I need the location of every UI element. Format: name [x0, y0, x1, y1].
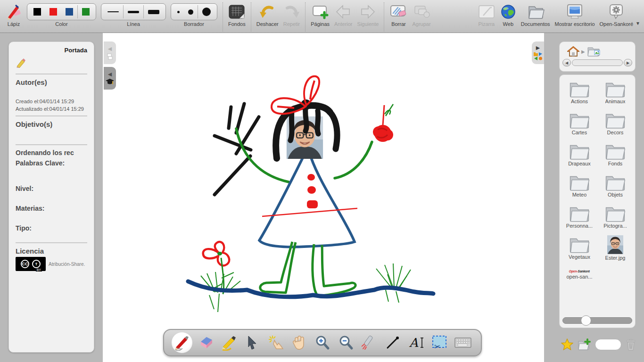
- stylus-tool-label: Lápiz: [8, 21, 20, 27]
- stylus-tool-button[interactable]: Lápiz: [5, 2, 22, 27]
- line-group: Línea: [101, 2, 166, 27]
- library-browser: Actions Animaux Cartes Decors Drapeaux F…: [559, 74, 636, 328]
- line-medium[interactable]: [123, 5, 143, 18]
- line-tool[interactable]: [382, 332, 403, 353]
- documents-mode-button[interactable]: Documentos: [521, 2, 550, 27]
- open-sankore-wordmark: Open-Sankoré: [569, 266, 590, 273]
- virtual-keyboard-tool[interactable]: [453, 332, 473, 353]
- svg-text:✂: ✂: [434, 343, 440, 350]
- eraser-small[interactable]: [173, 5, 184, 18]
- scrollbar-track[interactable]: [572, 59, 623, 66]
- color-blue[interactable]: [61, 5, 77, 18]
- zoom-in-tool[interactable]: [312, 332, 333, 353]
- scroll-left-button[interactable]: ◀: [562, 59, 571, 66]
- app-menu-button[interactable]: Open-Sankoré: [600, 2, 634, 27]
- pen-tool[interactable]: [172, 332, 192, 353]
- web-mode-button[interactable]: Web: [500, 2, 516, 27]
- previous-page-button[interactable]: Anterior: [334, 2, 353, 27]
- group-button[interactable]: Agrupar: [412, 2, 430, 27]
- color-green[interactable]: [77, 5, 94, 18]
- favorites-star-icon[interactable]: [561, 338, 573, 351]
- toolbar-separator: [305, 2, 305, 32]
- laser-pointer-tool[interactable]: [359, 332, 380, 353]
- new-folder-icon[interactable]: [578, 338, 591, 351]
- previous-icon: [335, 2, 351, 21]
- library-folder[interactable]: Animaux: [597, 80, 633, 109]
- library-image-ester[interactable]: Ester.jpg: [597, 235, 633, 264]
- ordering-resources-label: Ordenando los rec: [16, 149, 87, 156]
- library-folder[interactable]: Vegetaux: [561, 235, 597, 264]
- library-mini-icon: [534, 52, 543, 60]
- pages-button[interactable]: Páginas: [311, 2, 330, 27]
- library-folder[interactable]: Actions: [561, 80, 597, 109]
- library-app-item[interactable]: Open-Sankoré open-san...: [561, 266, 597, 290]
- library-folder[interactable]: Objets: [597, 173, 633, 202]
- desktop-icon: [565, 2, 584, 21]
- main-toolbar: Lápiz Color Línea: [0, 0, 644, 33]
- pictures-folder-icon[interactable]: [587, 46, 601, 57]
- library-folder[interactable]: Personna...: [561, 204, 597, 233]
- edit-pencil-icon[interactable]: [16, 58, 87, 70]
- selector-tool[interactable]: [242, 332, 263, 353]
- interact-tool[interactable]: [265, 332, 286, 353]
- cc-by-icon: CC Ṫ BY: [16, 257, 46, 271]
- stylus-toolbar: A ✂: [163, 329, 482, 356]
- pen-eraser-icon: [5, 2, 22, 21]
- library-panel-tab[interactable]: ▶: [532, 41, 544, 64]
- line-widths: [101, 3, 166, 20]
- library-folder[interactable]: Fonds: [597, 142, 633, 171]
- undo-button[interactable]: Deshacer: [256, 2, 279, 27]
- group-icon: [413, 2, 430, 21]
- text-tool[interactable]: A: [406, 332, 427, 353]
- app-menu-caret-icon[interactable]: ▼: [636, 21, 640, 26]
- subjects-label: Materias:: [16, 205, 87, 212]
- grass-right: [376, 263, 411, 303]
- level-label: Nivel:: [16, 185, 87, 192]
- show-desktop-label: Mostrar escritorio: [555, 21, 595, 27]
- backgrounds-button[interactable]: Fondos: [228, 2, 246, 27]
- board-mode-button[interactable]: Pizarra: [478, 2, 495, 27]
- library-search-input[interactable]: [595, 339, 621, 350]
- page-drawing: [103, 33, 544, 362]
- scroll-right-button[interactable]: ▶: [624, 59, 632, 66]
- line-thin[interactable]: [103, 5, 123, 18]
- breadcrumb-arrow-icon: ▶: [581, 49, 585, 54]
- teacher-guide-tab[interactable]: ◀: [104, 67, 116, 90]
- library-folder[interactable]: Meteo: [561, 173, 597, 202]
- graduation-cap-icon: [106, 79, 114, 85]
- color-red[interactable]: [45, 5, 61, 18]
- board-label: Pizarra: [478, 21, 495, 27]
- trash-icon[interactable]: [626, 338, 636, 351]
- slider-thumb[interactable]: [581, 315, 591, 326]
- library-folder[interactable]: Pictogra...: [597, 204, 633, 233]
- gear-bubble-icon: [608, 2, 625, 21]
- cc-license-badge: CC Ṫ BY Atribución-Share.: [16, 257, 87, 271]
- globe-icon: [500, 2, 516, 21]
- thumbnail-size-slider[interactable]: [562, 317, 632, 324]
- eraser-medium[interactable]: [184, 5, 198, 18]
- home-icon[interactable]: [567, 46, 579, 57]
- left-panel-collapse-tab[interactable]: ◀: [104, 41, 116, 64]
- next-page-button[interactable]: Siguiente: [357, 2, 379, 27]
- collapse-left-icon: ◀: [108, 72, 112, 77]
- eraser-tool[interactable]: [195, 332, 216, 353]
- color-black[interactable]: [29, 5, 45, 18]
- objectives-heading: Objetivo(s): [16, 120, 87, 128]
- line-label: Línea: [127, 21, 140, 27]
- redo-button[interactable]: Repetir: [283, 2, 300, 27]
- line-thick[interactable]: [143, 5, 164, 18]
- capture-tool[interactable]: ✂: [429, 332, 450, 353]
- highlighter-tool[interactable]: [218, 332, 239, 353]
- next-icon: [360, 2, 376, 21]
- pages-label: Páginas: [311, 21, 330, 27]
- eraser-large[interactable]: [198, 5, 215, 18]
- clear-page-button[interactable]: Borrar: [389, 2, 407, 27]
- zoom-out-tool[interactable]: [336, 332, 356, 353]
- library-folder[interactable]: Drapeaux: [561, 142, 597, 171]
- library-folder[interactable]: Decors: [597, 111, 633, 140]
- expand-right-icon: ▶: [536, 45, 540, 50]
- library-folder[interactable]: Cartes: [561, 111, 597, 140]
- show-desktop-button[interactable]: Mostrar escritorio: [555, 2, 595, 27]
- pan-tool[interactable]: [289, 332, 309, 353]
- whiteboard-canvas[interactable]: ◀ ◀ ▶: [103, 33, 544, 362]
